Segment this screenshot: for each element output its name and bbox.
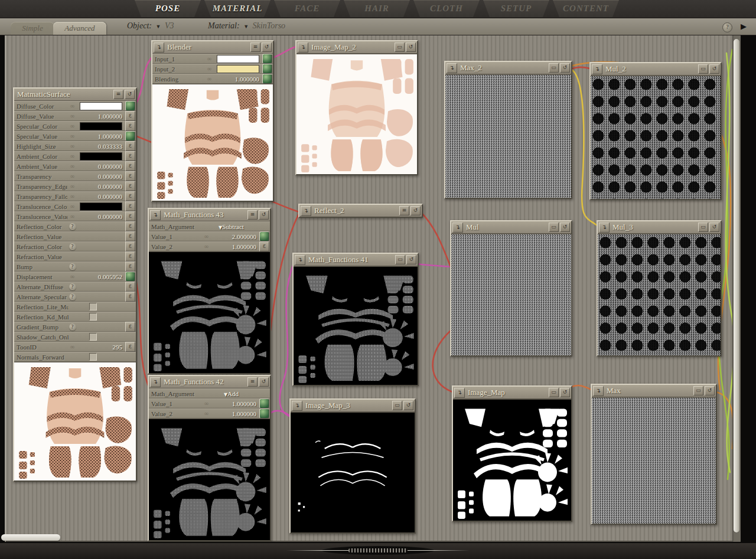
param-row[interactable]: Reflection_Valueε (14, 231, 136, 241)
node-plug-icon[interactable]: ↴ (301, 206, 311, 216)
param-row[interactable]: Gradient_Bump?ε (14, 322, 136, 332)
param-row[interactable]: Value_1∞1.000000 (149, 398, 270, 408)
output-plug-icon[interactable]: ε (125, 151, 135, 161)
collapse-icon[interactable]: ↺ (560, 223, 570, 232)
param-row[interactable]: Shadow_Catch_Only (14, 332, 136, 342)
param-row[interactable]: ToonID∞295ε (14, 342, 136, 352)
param-value[interactable]: 0.000000 (98, 213, 122, 220)
tab-content[interactable]: CONTENT (553, 0, 619, 17)
param-value[interactable]: 0.000000 (98, 173, 122, 180)
node-header[interactable]: ↴ Image_Map_3 ▭ ↺ (291, 400, 415, 412)
output-plug-icon[interactable]: ε (125, 161, 135, 171)
node-header[interactable]: ↴ Math_Functions 43 ≡ ↺ (149, 209, 270, 221)
node-math-functions-41[interactable]: ↴ Math_Functions 41 ▭ ↺ (292, 253, 419, 386)
output-plug-icon[interactable]: ε (125, 342, 135, 352)
param-row[interactable]: Reflection_Lite_Mult (14, 302, 136, 312)
params-list-icon[interactable]: ≡ (250, 43, 260, 52)
node-mul[interactable]: ↴ Mul ▭ ↺ (450, 220, 572, 357)
tab-material[interactable]: MATERIAL (204, 0, 271, 17)
params-list-icon[interactable]: ≡ (247, 377, 258, 387)
tab-hair[interactable]: HAIR (344, 0, 410, 17)
node-header[interactable]: ↴ Math_Functions 41 ▭ ↺ (294, 254, 418, 266)
collapse-icon[interactable]: ↺ (403, 401, 413, 410)
node-math-functions-42[interactable]: ↴ Math_Functions 42 ≡ ↺ Math_Argument▼Ad… (148, 375, 271, 541)
node-header[interactable]: ↴ Math_Functions 42 ≡ ↺ (149, 376, 270, 388)
collapse-icon[interactable]: ↺ (406, 255, 416, 264)
output-plug-icon[interactable] (125, 101, 135, 111)
output-plug-icon[interactable]: ε (125, 181, 135, 191)
param-row[interactable]: Value_2∞1.000000 (149, 408, 270, 419)
output-plug-icon[interactable] (262, 74, 272, 84)
collapse-icon[interactable]: ↺ (560, 63, 570, 73)
param-row[interactable]: Transparency∞0.000000ε (14, 171, 136, 181)
minimize-icon[interactable]: ▭ (693, 386, 703, 395)
node-max-2[interactable]: ↴ Max_2 ▭ ↺ (444, 61, 572, 199)
param-row[interactable]: Refraction_Color?ε (14, 241, 136, 251)
resize-grip[interactable] (322, 546, 434, 555)
node-preview[interactable] (294, 266, 418, 385)
output-plug-icon[interactable]: ε (125, 121, 135, 131)
node-plug-icon[interactable]: ↴ (593, 386, 604, 396)
checkbox[interactable] (89, 303, 97, 310)
node-plug-icon[interactable]: ↴ (298, 43, 308, 53)
param-value[interactable]: 1.000000 (235, 76, 259, 83)
node-preview[interactable] (592, 397, 716, 524)
collapse-icon[interactable]: ↺ (709, 223, 719, 232)
node-preview[interactable] (445, 74, 571, 198)
node-image-map-2[interactable]: ↴ Image_Map_2 ▭ ↺ (295, 40, 418, 175)
node-matmatic-surface[interactable]: MatmaticSurface ≡ ↺ Diffuse_Color∞Diffus… (13, 87, 137, 482)
node-max[interactable]: ↴ Max ▭ ↺ (591, 384, 717, 525)
node-preview[interactable] (591, 76, 721, 199)
param-value[interactable]: 1.000000 (98, 133, 122, 140)
horizontal-scrollbar-thumb[interactable] (1, 534, 60, 541)
output-plug-icon[interactable]: ε (125, 111, 135, 121)
output-plug-icon[interactable]: ε (125, 141, 135, 151)
output-plug-icon[interactable]: ε (259, 241, 269, 251)
tab-setup[interactable]: SETUP (483, 0, 549, 17)
node-preview[interactable] (149, 419, 270, 540)
node-plug-icon[interactable]: ↴ (447, 63, 457, 73)
node-preview[interactable] (598, 234, 721, 355)
output-plug-icon[interactable]: ε (125, 292, 135, 302)
material-selector[interactable]: Material: ▼ SkinTorso (208, 21, 285, 31)
color-swatch[interactable] (80, 102, 122, 110)
output-plug-icon[interactable] (259, 398, 269, 408)
node-plug-icon[interactable]: ↴ (292, 401, 302, 411)
color-swatch[interactable] (80, 202, 122, 211)
node-preview[interactable] (14, 362, 136, 480)
param-value[interactable]: 0.005952 (98, 273, 122, 280)
node-mul-2[interactable]: ↴ Mul_2 ▭ ↺ (589, 62, 722, 200)
expand-arrow-icon[interactable]: ▶ (741, 22, 747, 31)
output-plug-icon[interactable]: ε (125, 231, 135, 241)
node-math-functions-43[interactable]: ↴ Math_Functions 43 ≡ ↺ Math_Argument▼Su… (148, 208, 271, 374)
node-header[interactable]: ↴ Max ▭ ↺ (592, 385, 716, 397)
param-value[interactable]: 295 (113, 344, 123, 351)
output-plug-icon[interactable]: ε (125, 261, 135, 272)
param-row[interactable]: Ambient_Color∞ε (14, 151, 136, 161)
color-swatch[interactable] (80, 122, 122, 130)
minimize-icon[interactable]: ▭ (392, 401, 402, 410)
param-value[interactable]: 0.033333 (98, 143, 122, 150)
node-preview[interactable] (296, 54, 417, 174)
output-plug-icon[interactable] (259, 231, 269, 241)
minimize-icon[interactable]: ▭ (698, 223, 708, 232)
collapse-icon[interactable]: ↺ (125, 90, 135, 99)
output-plug-icon[interactable]: ε (125, 221, 135, 231)
param-row[interactable]: Highlight_Size∞0.033333ε (14, 141, 136, 151)
output-plug-icon[interactable]: ε (125, 322, 135, 332)
node-plug-icon[interactable]: ↴ (592, 64, 602, 74)
node-preview[interactable] (152, 84, 273, 201)
param-row[interactable]: Normals_Forward (14, 352, 136, 362)
param-row[interactable]: Specular_Color∞ε (14, 121, 136, 131)
node-plug-icon[interactable]: ↴ (452, 223, 463, 233)
collapse-icon[interactable]: ↺ (705, 386, 715, 395)
minimize-icon[interactable]: ▭ (698, 64, 708, 74)
collapse-icon[interactable]: ↺ (406, 43, 416, 52)
checkbox[interactable] (89, 353, 97, 361)
output-plug-icon[interactable]: ε (125, 191, 135, 201)
output-plug-icon[interactable]: ε (125, 201, 135, 211)
node-mul-3[interactable]: ↴ Mul_3 ▭ ↺ (597, 220, 722, 357)
param-row[interactable]: Transparency_Edge∞0.000000ε (14, 181, 136, 191)
collapse-icon[interactable]: ↺ (709, 64, 719, 74)
param-value[interactable]: 0.000000 (98, 163, 122, 170)
